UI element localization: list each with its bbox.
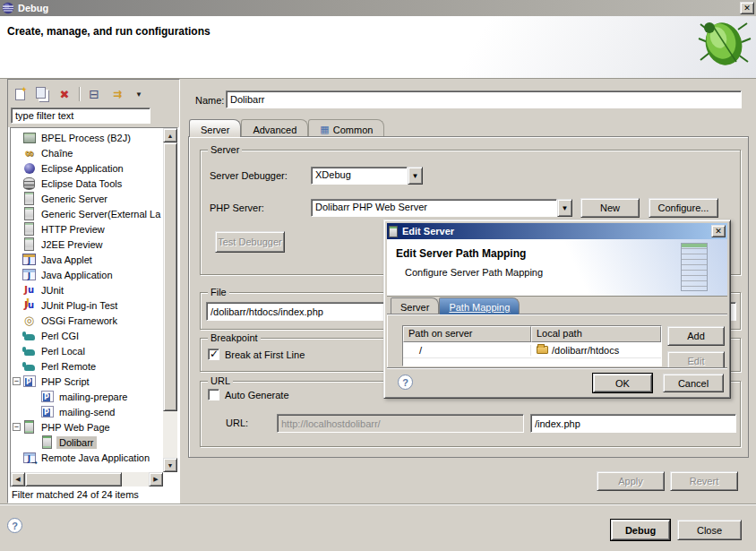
filter-input[interactable] <box>11 108 150 124</box>
tree-item[interactable]: Dolibarr <box>11 435 163 450</box>
dialog-banner: Create, manage, and run configurations <box>0 16 756 79</box>
tree-item[interactable]: Chaîne <box>11 145 163 160</box>
scroll-left-button[interactable]: ◀ <box>11 472 25 486</box>
chevron-down-icon[interactable]: ▼ <box>408 167 423 185</box>
collapse-expander-icon[interactable]: − <box>13 423 21 431</box>
break-first-line-label: Break at First Line <box>225 349 305 360</box>
tree-item-label: Perl Local <box>39 345 88 357</box>
collapse-all-button[interactable]: ⊟ <box>86 87 102 102</box>
tree-item-label: HTTP Preview <box>39 223 107 236</box>
tree-item[interactable]: OSGi Framework <box>11 313 163 328</box>
tree-item[interactable]: J2EE Preview <box>11 237 163 252</box>
path-mapping-table[interactable]: Path on server Local path / /dolibarr/ht… <box>402 325 662 366</box>
test-debugger-button[interactable]: Test Debugger <box>215 231 285 253</box>
window-titlebar[interactable]: Debug ✕ <box>0 0 756 16</box>
column-local-path[interactable]: Local path <box>531 326 661 342</box>
tree-item[interactable]: Generic Server(External La <box>11 206 163 221</box>
tab-path-mapping[interactable]: Path Mapping <box>439 297 520 314</box>
chevron-down-icon[interactable]: ▼ <box>557 199 572 217</box>
server-debugger-value: XDebug <box>311 167 408 185</box>
tree-item[interactable]: BPEL Process (B2J) <box>11 130 163 145</box>
close-button[interactable]: Close <box>677 520 742 540</box>
java-app-icon <box>22 268 36 281</box>
horizontal-scrollbar-thumb[interactable] <box>25 472 122 486</box>
edit-server-subheading: Configure Server Path Mapping <box>405 267 543 278</box>
tree-item-label: Perl Remote <box>39 360 99 373</box>
help-button[interactable]: ? <box>7 518 22 533</box>
tree-item-label: Java Application <box>39 269 116 281</box>
php-icon <box>22 375 36 388</box>
tree-item[interactable]: JUnit <box>11 282 163 297</box>
tree-item[interactable]: Remote Java Application <box>11 450 163 465</box>
server-tower-image <box>681 243 708 291</box>
tree-item[interactable]: JUnit Plug-in Test <box>11 297 163 313</box>
filter-status-text: Filter matched 24 of 24 items <box>12 489 139 500</box>
table-row[interactable]: / /dolibarr/htdocs <box>403 342 661 358</box>
tree-item[interactable]: Perl Remote <box>11 358 163 374</box>
auto-generate-checkbox[interactable] <box>208 389 219 400</box>
new-server-button[interactable]: New <box>580 198 640 218</box>
duplicate-configuration-button[interactable] <box>34 87 50 102</box>
php-server-icon <box>40 435 54 449</box>
edit-server-button-bar: ? OK Cancel <box>387 367 727 395</box>
tree-item-label: Dolibarr <box>56 436 97 449</box>
edit-server-dialog: Edit Server ✕ Edit Server Path Mapping C… <box>383 220 731 399</box>
folder-icon <box>537 346 548 354</box>
collapse-expander-icon[interactable]: − <box>13 377 21 385</box>
debug-button[interactable]: Debug <box>611 520 670 540</box>
tree-item[interactable]: Eclipse Data Tools <box>11 176 163 191</box>
tree-item[interactable]: mailing-prepare <box>11 389 163 404</box>
toolbar-menu-dropdown[interactable]: ▼ <box>131 87 147 102</box>
new-configuration-button[interactable]: ✦ <box>12 87 28 102</box>
tree-horizontal-scrollbar[interactable]: ◀ ▶ <box>11 472 163 486</box>
tree-item[interactable]: Java Application <box>11 267 163 282</box>
php-server-icon <box>22 420 36 434</box>
tree-item[interactable]: Generic Server <box>11 191 163 206</box>
tree-item-label: PHP Web Page <box>39 421 113 434</box>
tab-server[interactable]: Server <box>189 119 241 137</box>
tab-server-settings[interactable]: Server <box>391 297 439 314</box>
name-input[interactable] <box>226 90 742 108</box>
break-first-line-checkbox[interactable] <box>208 349 219 360</box>
url-base-input[interactable] <box>277 414 524 433</box>
edit-server-help-button[interactable]: ? <box>398 375 413 390</box>
sidebar-toolbar: ✦ ✖ ⊟ ⇉ ▼ <box>12 85 147 103</box>
scroll-down-button[interactable]: ▼ <box>163 458 177 472</box>
delete-configuration-button[interactable]: ✖ <box>56 87 73 102</box>
server-icon <box>389 226 398 237</box>
tab-common[interactable]: ▦ Common <box>308 119 384 137</box>
add-mapping-button[interactable]: Add <box>667 326 725 346</box>
tree-item[interactable]: −PHP Web Page <box>11 419 163 435</box>
tree-item[interactable]: Eclipse Application <box>11 160 163 176</box>
configure-server-button[interactable]: Configure... <box>649 198 718 218</box>
scroll-up-button[interactable]: ▲ <box>163 128 177 142</box>
edit-server-titlebar[interactable]: Edit Server ✕ <box>387 223 727 239</box>
apply-button[interactable]: Apply <box>597 471 665 491</box>
url-path-input[interactable] <box>530 414 736 433</box>
edit-mapping-button[interactable]: Edit <box>667 351 725 369</box>
revert-button[interactable]: Revert <box>670 471 738 491</box>
column-path-on-server[interactable]: Path on server <box>403 326 531 342</box>
tree-item[interactable]: Java Applet <box>11 252 163 267</box>
tree-item[interactable]: HTTP Preview <box>11 221 163 237</box>
scroll-right-button[interactable]: ▶ <box>149 472 163 486</box>
window-title: Debug <box>18 3 48 13</box>
server-icon <box>22 207 36 220</box>
server-debugger-select[interactable]: XDebug ▼ <box>311 167 423 185</box>
window-close-button[interactable]: ✕ <box>740 2 754 14</box>
tree-item[interactable]: Perl Local <box>11 343 163 358</box>
php-server-select[interactable]: Dolibarr PHP Web Server ▼ <box>311 199 572 217</box>
edit-server-title: Edit Server <box>402 226 454 237</box>
edit-server-close-button[interactable]: ✕ <box>711 225 726 237</box>
ok-button[interactable]: OK <box>593 374 652 392</box>
tree-item[interactable]: Perl CGI <box>11 328 163 343</box>
tab-advanced[interactable]: Advanced <box>241 119 308 137</box>
cancel-button[interactable]: Cancel <box>663 374 724 392</box>
tree-item[interactable]: −PHP Script <box>11 374 163 389</box>
tree-item[interactable]: mailing-send <box>11 404 163 419</box>
chain-icon <box>22 146 36 159</box>
vertical-scrollbar-thumb[interactable] <box>163 142 177 411</box>
tree-vertical-scrollbar[interactable]: ▲ ▼ <box>163 128 177 472</box>
filter-launch-configurations-button[interactable]: ⇉ <box>108 87 125 102</box>
local-path-cell: /dolibarr/htdocs <box>552 345 619 356</box>
